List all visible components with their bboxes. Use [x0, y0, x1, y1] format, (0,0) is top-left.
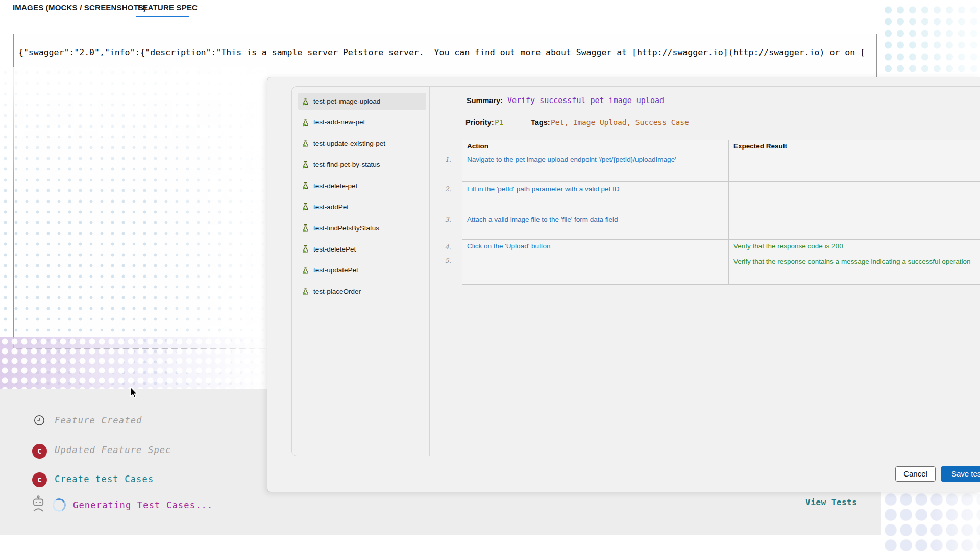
panel-bottom-divider [0, 374, 249, 374]
commit-badge-icon: c [32, 444, 47, 459]
action-cell[interactable]: Fill in the 'petId' path parameter with … [462, 182, 729, 212]
beaker-test-icon [302, 182, 309, 190]
test-list-item[interactable]: test-pet-image-upload [298, 93, 426, 110]
action-cell[interactable]: Attach a valid image file to the 'file' … [462, 212, 729, 240]
test-steps-table: Action Expected Result Navigate to the p… [462, 140, 980, 285]
tab-images-mocks-screenshots[interactable]: IMAGES (MOCKS / SCREENSHOTS) [13, 3, 146, 12]
test-list-item[interactable]: test-deletePet [298, 241, 426, 258]
test-list-item[interactable]: test-addPet [298, 198, 426, 215]
beaker-test-icon [302, 118, 309, 127]
step-number: 3. [439, 216, 451, 223]
test-name: test-delete-pet [313, 182, 357, 190]
expected-cell[interactable]: Verify that the response contains a mess… [729, 254, 980, 285]
beaker-test-icon [302, 287, 309, 295]
action-cell[interactable]: Navigate to the pet image upload endpoin… [462, 152, 729, 182]
test-name: test-update-existing-pet [313, 140, 385, 147]
test-name: test-updatePet [313, 266, 358, 274]
active-tab-underline [136, 16, 189, 17]
test-list-item[interactable]: test-updatePet [298, 262, 426, 279]
test-name: test-add-new-pet [313, 118, 365, 126]
beaker-test-icon [302, 245, 309, 253]
expected-cell[interactable] [729, 152, 980, 182]
table-row: Verify that the response contains a mess… [462, 254, 980, 285]
timeline-item-updated-feature-spec: Updated Feature Spec [55, 445, 172, 455]
test-name: test-addPet [313, 203, 349, 211]
table-row: Click on the 'Upload' button Verify that… [462, 240, 980, 254]
test-cases-panel: test-pet-image-upload test-add-new-pet t… [291, 86, 980, 456]
badge-letter: c [37, 447, 42, 455]
test-name: test-findPetsByStatus [313, 224, 379, 232]
clock-icon [33, 414, 45, 429]
summary-value: Verify successful pet image upload [507, 96, 664, 105]
test-name: test-placeOrder [313, 288, 361, 295]
column-header-action: Action [462, 140, 729, 152]
test-list-item[interactable]: test-add-new-pet [298, 114, 426, 131]
view-tests-link[interactable]: View Tests [805, 497, 857, 507]
action-cell[interactable]: Click on the 'Upload' button [462, 240, 729, 254]
expected-cell[interactable] [729, 212, 980, 240]
expected-cell[interactable]: Verify that the response code is 200 [729, 240, 980, 254]
step-number: 5. [439, 257, 451, 264]
test-name: test-deletePet [313, 245, 356, 253]
table-row: Navigate to the pet image upload endpoin… [462, 152, 980, 182]
test-list: test-pet-image-upload test-add-new-pet t… [292, 87, 430, 456]
timeline-item-feature-created: Feature Created [55, 415, 142, 425]
step-number: 2. [439, 185, 451, 193]
save-tests-button[interactable]: Save tests [941, 466, 980, 482]
top-tab-bar: IMAGES (MOCKS / SCREENSHOTS) FEATURE SPE… [0, 0, 980, 22]
tab-feature-spec[interactable]: FEATURE SPEC [138, 3, 198, 12]
priority-value: P1 [495, 118, 503, 127]
test-name: test-pet-image-upload [313, 97, 380, 105]
test-cases-dialog: test-pet-image-upload test-add-new-pet t… [267, 77, 980, 492]
tags-label: Tags: [531, 118, 550, 127]
test-list-item[interactable]: test-placeOrder [298, 283, 426, 300]
beaker-test-icon [302, 203, 309, 211]
loading-spinner-icon [53, 498, 66, 512]
priority-label: Priority: [465, 118, 494, 127]
test-list-item[interactable]: test-find-pet-by-status [298, 156, 426, 173]
test-name: test-find-pet-by-status [313, 161, 380, 168]
beaker-test-icon [302, 97, 309, 106]
column-header-expected-result: Expected Result [729, 140, 980, 152]
beaker-test-icon [302, 224, 309, 232]
timeline-item-create-test-cases: Create test Cases [55, 474, 154, 484]
step-number: 4. [439, 243, 451, 251]
table-row: Fill in the 'petId' path parameter with … [462, 182, 980, 212]
beaker-test-icon [302, 161, 309, 169]
beaker-test-icon [302, 266, 309, 274]
test-list-item[interactable]: test-findPetsByStatus [298, 219, 426, 236]
expected-cell[interactable] [729, 182, 980, 212]
test-list-item[interactable]: test-delete-pet [298, 178, 426, 194]
tags-value: Pet, Image_Upload, Success_Case [551, 118, 689, 127]
beaker-test-icon [302, 139, 309, 147]
test-list-item[interactable]: test-update-existing-pet [298, 135, 426, 152]
test-detail-pane: Summary: Verify successful pet image upl… [430, 87, 980, 456]
feature-spec-text[interactable]: {"swagger":"2.0","info":{"description":"… [14, 34, 876, 57]
commit-badge-icon: c [32, 472, 47, 487]
cancel-button[interactable]: Cancel [895, 466, 936, 482]
robot-icon [31, 495, 46, 514]
summary-label: Summary: [467, 96, 503, 105]
badge-letter: c [37, 476, 42, 484]
timeline-item-generating-test-cases: Generating Test Cases... [73, 500, 213, 510]
table-row: Attach a valid image file to the 'file' … [462, 212, 980, 240]
action-cell[interactable] [462, 254, 729, 285]
step-number: 1. [439, 156, 451, 163]
